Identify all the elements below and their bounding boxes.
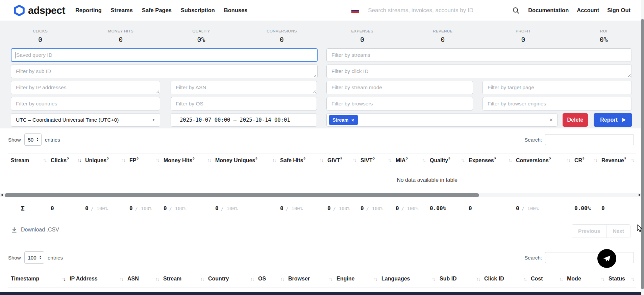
adspect-dashboard: adspect Reporting Streams Safe Pages Sub… [0,0,644,295]
horizontal-scrollbar[interactable] [0,193,644,197]
table1-search-input[interactable] [545,134,634,145]
streams-field [326,48,632,62]
nav-sign-out[interactable]: Sign Out [607,7,630,14]
countries-filter-input[interactable] [11,97,160,110]
col-timestamp[interactable]: Timestamp [8,270,67,288]
vertical-scrollbar-thumb[interactable] [641,19,644,289]
col-clicks[interactable]: Clicks? [48,153,82,167]
os-field [171,97,317,110]
col-safe-hits[interactable]: Safe Hits? [277,153,325,167]
col-uniques[interactable]: Uniques? [82,153,127,167]
stat-expenses: EXPENSES 0 [322,21,402,50]
date-range-input[interactable] [171,113,317,127]
col-browser[interactable]: Browser [286,270,334,288]
scroll-left-icon[interactable] [1,194,3,196]
total-conversions: 0/ 100% [513,202,572,215]
report-type-multiselect[interactable]: Stream [326,113,558,127]
stepper-icon [36,138,39,142]
telegram-icon [602,254,612,263]
horizontal-scrollbar-thumb[interactable] [5,193,479,197]
page-size-select-2[interactable]: 100 [24,251,44,264]
telegram-button[interactable] [597,249,616,268]
col-cost[interactable]: Cost [528,270,564,288]
nav-safe-pages[interactable]: Safe Pages [142,7,172,14]
text-caret [16,52,16,58]
sort-icon [155,276,159,282]
report-button[interactable]: Report [594,113,632,127]
adspect-logo[interactable]: adspect [14,5,65,16]
table1-search: Search: [524,134,634,145]
stat-clicks: CLICKS 0 [0,21,80,50]
sort-icon [594,157,597,163]
col-os[interactable]: OS [255,270,286,288]
delete-button[interactable]: Delete [563,113,588,127]
target-page-field [482,81,632,94]
next-button[interactable]: Next [606,225,630,238]
col-ip-address[interactable]: IP Address [67,270,125,288]
ip-addresses-filter-input[interactable] [11,81,160,94]
timezone-select[interactable]: UTC – Coordinated Universal Time (UTC+0)… [11,113,160,127]
browsers-filter-input[interactable] [326,97,473,110]
previous-button[interactable]: Previous [572,225,606,238]
col-fp[interactable]: FP? [127,153,161,167]
sort-icon [280,276,284,282]
total-revenue: 0 [599,202,636,215]
stepper-icon [39,255,42,260]
click-id-filter-input[interactable] [326,65,632,78]
russian-flag-icon[interactable] [351,8,359,13]
selected-tag-stream[interactable]: Stream [329,115,358,125]
asn-filter-input[interactable] [171,81,317,94]
brand-name: adspect [28,5,65,16]
col-click-id[interactable]: Click ID [481,270,528,288]
col-engine[interactable]: Engine [334,270,379,288]
page-size-select[interactable]: 50 [24,133,42,146]
col-sub-id[interactable]: Sub ID [437,270,481,288]
nav-account[interactable]: Account [577,7,599,14]
col-expenses[interactable]: Expenses? [466,153,513,167]
sub-id-filter-input[interactable] [11,65,318,78]
remove-tag-icon[interactable] [351,117,354,123]
stat-conversions: CONVERSIONS 0 [242,21,322,50]
download-csv-link[interactable]: Download .CSV [11,226,59,233]
streams-filter-input[interactable] [326,48,632,62]
col-stream2[interactable]: Stream [160,270,205,288]
saved-query-input[interactable] [11,48,318,62]
global-search-input[interactable] [367,7,504,14]
stream-mode-filter-input[interactable] [326,81,473,94]
col-mia[interactable]: MIA? [393,153,427,167]
total-fp: 0/ 100% [127,202,161,215]
sort-icon [631,157,634,163]
col-givt[interactable]: GIVT? [325,153,358,167]
col-money-hits[interactable]: Money Hits? [161,153,213,167]
nav-bonuses[interactable]: Bonuses [224,7,248,14]
sort-icon [601,276,604,282]
col-money-uniques[interactable]: Money Uniques? [213,153,277,167]
nav-streams[interactable]: Streams [111,7,133,14]
saved-query-field [11,48,318,62]
col-country[interactable]: Country [205,270,255,288]
col-status[interactable]: Status [606,270,636,288]
total-safe-hits: 0/ 100% [277,202,325,215]
vertical-scrollbar[interactable] [641,0,644,295]
col-mode[interactable]: Mode [564,270,606,288]
clear-selection-icon[interactable] [549,117,553,123]
table2-search-input[interactable] [545,252,634,263]
col-conversions[interactable]: Conversions? [513,153,572,167]
col-stream[interactable]: Stream [8,153,48,167]
col-cr[interactable]: CR? [572,153,599,167]
sort-icon [388,157,391,163]
col-sivt[interactable]: SIVT? [358,153,393,167]
browser-engines-filter-input[interactable] [482,97,632,110]
scroll-right-icon[interactable] [639,194,641,196]
os-filter-input[interactable] [171,97,317,110]
nav-subscription[interactable]: Subscription [181,7,215,14]
nav-reporting[interactable]: Reporting [75,7,102,14]
col-asn[interactable]: ASN [125,270,160,288]
nav-documentation[interactable]: Documentation [528,7,569,14]
navbar: adspect Reporting Streams Safe Pages Sub… [0,0,644,21]
search-icon[interactable] [512,6,520,15]
target-page-filter-input[interactable] [482,81,632,94]
col-quality[interactable]: Quality? [427,153,466,167]
col-revenue[interactable]: Revenue? [599,153,636,167]
col-languages[interactable]: Languages [379,270,437,288]
